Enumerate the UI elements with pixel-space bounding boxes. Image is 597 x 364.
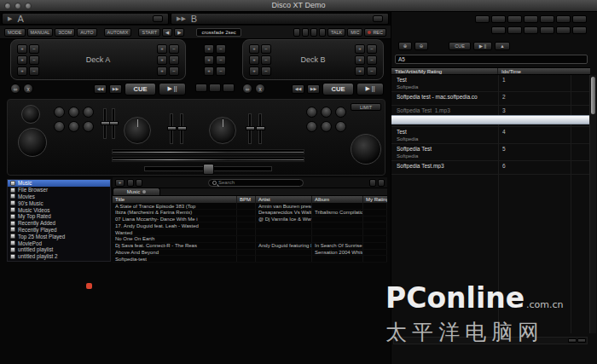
mixer-knob[interactable] <box>83 121 94 132</box>
sidebar-item-file-browser[interactable]: File Browser <box>8 187 110 194</box>
deck-adjust-button[interactable]: + <box>157 55 167 65</box>
deck-adjust-button[interactable]: + <box>249 55 259 65</box>
toolbar-button[interactable] <box>572 15 587 23</box>
scrollbar-thumb[interactable] <box>591 77 595 114</box>
volume-slider-a[interactable] <box>103 108 107 139</box>
deck-adjust-button[interactable]: + <box>157 66 167 76</box>
column-header-artist[interactable]: Artist <box>256 196 312 203</box>
toolbar-button[interactable] <box>195 84 207 92</box>
table-row[interactable]: A State of Trance Episode 383 (TopArmin … <box>113 203 387 210</box>
sidebar-item-recently-added[interactable]: Recently Added <box>8 220 110 227</box>
jog-wheel-a[interactable] <box>124 117 151 144</box>
deck-adjust-button[interactable]: + <box>17 44 27 54</box>
prev-arrow-icon[interactable]: ◀ <box>162 28 172 37</box>
queue-column-idx[interactable]: Idx/Time <box>498 68 590 74</box>
sidebar-item-music[interactable]: Music <box>8 180 110 187</box>
mixer-knob[interactable] <box>68 107 79 118</box>
deck-adjust-button[interactable]: + <box>355 44 365 54</box>
mixer-knob[interactable] <box>335 107 346 118</box>
talk-button[interactable]: TALK <box>327 28 345 37</box>
deck-adjust-button[interactable]: + <box>204 55 214 65</box>
queue-field[interactable] <box>395 55 588 64</box>
toolbar-button[interactable] <box>153 15 163 22</box>
queue-cue-button[interactable]: CUE <box>449 42 471 50</box>
toolbar-button[interactable] <box>209 84 221 92</box>
toolbar-button[interactable] <box>540 26 554 34</box>
start-button[interactable]: START <box>138 28 160 37</box>
toolbar-button[interactable] <box>310 28 317 37</box>
fast-forward-button[interactable]: ▶▶ <box>307 84 320 94</box>
zoom-out-icon[interactable]: ⊖ <box>414 42 428 50</box>
deck-a-cue-button[interactable]: CUE <box>125 83 156 95</box>
deck-adjust-button[interactable]: − <box>216 44 226 54</box>
pitch-slider-a[interactable] <box>170 113 173 144</box>
library-search[interactable] <box>208 179 304 187</box>
mic-button[interactable]: MIC <box>347 28 362 37</box>
sidebar-item-movies[interactable]: Movies <box>8 194 110 200</box>
table-row[interactable]: Dj Sava feat. Connect-R - The ReasAndy D… <box>113 243 387 250</box>
crossfader-thumb[interactable] <box>203 164 214 175</box>
queue-row[interactable]: Softpedia Test5Softpedia <box>391 144 590 161</box>
table-row[interactable]: 07 Liana Mccarthy- Dance With Me i@ Dj V… <box>113 217 387 223</box>
mixer-knob[interactable] <box>306 121 317 132</box>
gain-slider-b[interactable] <box>258 113 262 144</box>
deck-b-play-button[interactable]: ▶ || <box>356 83 384 95</box>
deck-adjust-button[interactable]: − <box>367 55 377 65</box>
toolbar-button[interactable] <box>507 26 522 34</box>
deck-adjust-button[interactable]: + <box>355 55 365 65</box>
crossfader[interactable] <box>144 166 272 171</box>
deck-adjust-button[interactable]: − <box>216 55 226 65</box>
toolbar-button[interactable] <box>378 179 385 187</box>
deck-adjust-button[interactable]: + <box>204 44 214 54</box>
deck-adjust-button[interactable]: − <box>169 55 179 65</box>
queue-row[interactable]: Test1Softpedia <box>391 75 590 92</box>
sidebar-item-recently-played[interactable]: Recently Played <box>8 227 110 234</box>
toolbar-button[interactable] <box>524 26 538 34</box>
queue-column-title[interactable]: Title/Artist/My Rating <box>391 68 498 74</box>
volume-slider-b[interactable] <box>112 108 115 139</box>
automix-button[interactable]: AUTOMIX <box>104 28 132 37</box>
gain-slider-a[interactable] <box>248 113 252 144</box>
mixer-knob[interactable] <box>54 121 65 132</box>
column-header-album[interactable]: Album <box>312 196 363 203</box>
deck-adjust-button[interactable]: − <box>169 66 179 76</box>
toolbar-button[interactable] <box>491 15 506 23</box>
deck-adjust-button[interactable]: − <box>29 66 39 76</box>
sidebar-item-my-top-rated[interactable]: My Top Rated <box>8 213 110 220</box>
sidebar-item-moviepod[interactable]: MoviePod <box>8 240 110 246</box>
pitch-slider-b[interactable] <box>180 113 183 144</box>
mixer-knob[interactable] <box>321 107 332 118</box>
deck-adjust-button[interactable]: + <box>157 44 167 54</box>
manual-button[interactable]: MANUAL <box>27 28 54 37</box>
toolbar-button[interactable] <box>373 15 383 22</box>
deck-adjust-button[interactable]: + <box>17 66 27 76</box>
jog-wheel-b[interactable] <box>209 117 236 144</box>
loop-icon[interactable]: ∞ <box>242 84 252 94</box>
deck-adjust-button[interactable]: + <box>204 66 214 76</box>
mixer-knob[interactable] <box>83 107 94 118</box>
deck-adjust-button[interactable]: + <box>249 44 259 54</box>
deck-adjust-button[interactable]: − <box>169 44 179 54</box>
search-input[interactable] <box>218 180 299 185</box>
queue-row[interactable]: Test4Softpedia <box>391 127 590 144</box>
loop-off-icon[interactable]: x <box>255 84 265 94</box>
mixer-knob[interactable] <box>321 121 332 132</box>
deck-adjust-button[interactable]: + <box>355 66 365 76</box>
queue-selection-bar[interactable] <box>391 115 590 124</box>
deck-adjust-button[interactable]: − <box>29 55 39 65</box>
toolbar-button[interactable] <box>540 15 554 23</box>
eject-icon[interactable]: ▲ <box>495 42 510 50</box>
limit-button[interactable]: LIMIT <box>351 103 381 111</box>
toolbar-button[interactable] <box>556 15 571 23</box>
deck-adjust-button[interactable]: + <box>249 66 259 76</box>
deck-adjust-button[interactable]: + <box>17 55 27 65</box>
rewind-button[interactable]: ◀◀ <box>292 84 304 94</box>
deck-adjust-button[interactable]: − <box>29 44 39 54</box>
toolbar-button[interactable] <box>223 84 235 92</box>
sidebar-item-music-videos[interactable]: Music Videos <box>8 206 110 213</box>
tab-music[interactable]: Music <box>113 188 160 195</box>
sidebar-item-top-25-most-played[interactable]: Top 25 Most Played <box>8 233 110 240</box>
3com-button[interactable]: 3COM <box>55 28 75 37</box>
queue-row[interactable]: Softpedia Test_1.mp33 <box>391 106 590 127</box>
deck-adjust-button[interactable]: − <box>216 66 226 76</box>
